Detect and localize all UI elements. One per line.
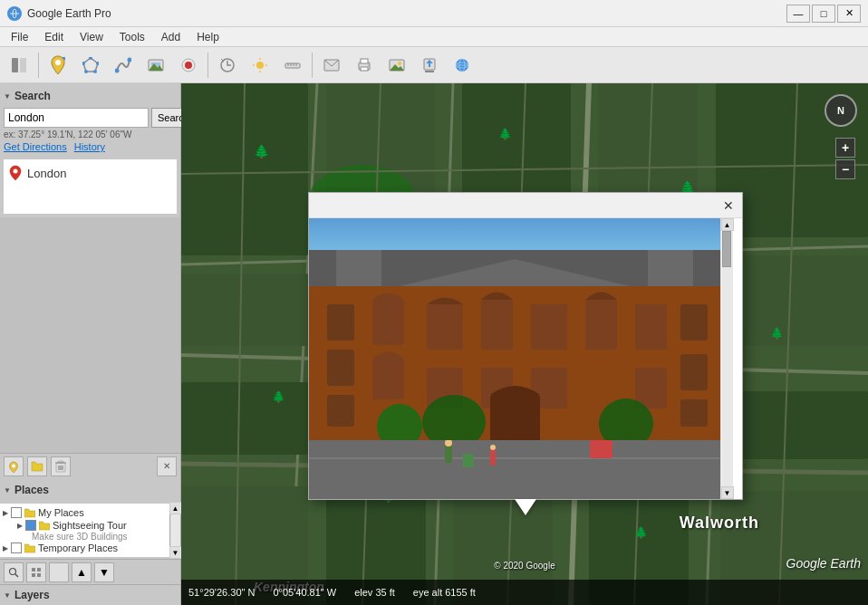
popup-scroll-down[interactable]: ▼ xyxy=(721,486,734,499)
search-title: Search xyxy=(14,90,51,102)
map-area[interactable]: M M 🌲 🌲 🌲 🌲 🌲 🌲 🌲 🌲 Walworth xyxy=(181,83,868,605)
tree-item-temporary[interactable]: ▶ Temporary Places xyxy=(3,542,167,554)
result-pin-icon xyxy=(9,165,22,181)
tree-item-sightseeing[interactable]: ▶ Sightseeing Tour xyxy=(3,519,167,532)
menu-help[interactable]: Help xyxy=(189,29,227,45)
record-tour-button[interactable] xyxy=(173,50,204,81)
search-input[interactable] xyxy=(4,108,149,128)
svg-rect-34 xyxy=(361,67,368,71)
print-button[interactable] xyxy=(349,50,380,81)
svg-point-14 xyxy=(128,57,132,62)
toolbar-separator-2 xyxy=(207,53,208,78)
sun-button[interactable] xyxy=(245,50,275,81)
svg-line-55 xyxy=(15,573,19,577)
add-overlay-button[interactable] xyxy=(140,50,171,81)
menu-add[interactable]: Add xyxy=(154,29,188,45)
add-polygon-button[interactable] xyxy=(75,50,106,81)
zoom-out-button[interactable]: − xyxy=(835,159,855,179)
view-toggle-button[interactable] xyxy=(26,562,46,582)
historical-imagery-button[interactable] xyxy=(212,50,243,81)
zoom-in-button[interactable]: + xyxy=(835,138,855,158)
tree-item-myplaces[interactable]: ▶ My Places xyxy=(3,506,167,519)
svg-point-37 xyxy=(398,62,401,65)
checkbox-sightseeing[interactable] xyxy=(25,520,36,531)
get-directions-link[interactable]: Get Directions xyxy=(4,141,67,152)
search-row: Search xyxy=(4,108,177,128)
add-placemark-button[interactable] xyxy=(43,50,73,81)
ruler-button[interactable] xyxy=(277,50,308,81)
popup-scroll-thumb[interactable] xyxy=(722,231,731,267)
svg-rect-142 xyxy=(463,454,474,467)
popup-close-button[interactable]: ✕ xyxy=(720,197,737,214)
scroll-up-arrow[interactable]: ▲ xyxy=(169,502,182,514)
svg-rect-120 xyxy=(427,304,463,350)
svg-point-13 xyxy=(115,68,120,72)
svg-rect-140 xyxy=(490,449,496,466)
maximize-button[interactable]: □ xyxy=(812,5,835,23)
svg-marker-112 xyxy=(336,250,381,286)
svg-point-19 xyxy=(185,62,192,69)
walworth-label: Walworth xyxy=(680,514,759,533)
popup-scroll-track[interactable] xyxy=(722,231,733,486)
titlebar-controls[interactable]: — □ ✕ xyxy=(786,5,861,23)
svg-point-141 xyxy=(490,445,496,450)
app-icon xyxy=(7,6,22,21)
popup-scrollbar[interactable]: ▲ ▼ xyxy=(720,218,733,499)
building-windows-svg xyxy=(309,250,720,449)
svg-rect-26 xyxy=(285,63,300,68)
minimize-button[interactable]: — xyxy=(786,5,810,23)
middle-gray-area xyxy=(0,217,180,453)
search-results: London xyxy=(4,159,177,214)
search-expand-icon[interactable]: ▼ xyxy=(4,92,11,101)
email-button[interactable] xyxy=(316,50,347,81)
upload-button[interactable] xyxy=(414,50,445,81)
titlebar-left: Google Earth Pro xyxy=(7,6,111,21)
svg-rect-73 xyxy=(181,274,308,346)
svg-rect-116 xyxy=(327,350,354,386)
tree-expand-sightseeing[interactable]: ▶ xyxy=(17,522,23,530)
move-down-button[interactable]: ▼ xyxy=(94,562,114,582)
toolbar-separator-1 xyxy=(38,53,39,78)
sidebar-toggle-button[interactable] xyxy=(4,50,34,81)
history-link[interactable]: History xyxy=(74,141,105,152)
menu-view[interactable]: View xyxy=(72,29,111,45)
layers-expand-icon[interactable]: ▼ xyxy=(4,591,11,600)
save-image-button[interactable] xyxy=(381,50,412,81)
svg-rect-130 xyxy=(680,354,708,390)
result-item-london[interactable]: London xyxy=(9,165,171,181)
close-places-button[interactable]: ✕ xyxy=(157,456,177,476)
building-facade xyxy=(309,250,720,449)
titlebar: Google Earth Pro — □ ✕ xyxy=(0,0,868,27)
move-up-button[interactable]: ▲ xyxy=(72,562,92,582)
tree-expand-temporary[interactable]: ▶ xyxy=(3,544,8,552)
scroll-down-arrow[interactable]: ▼ xyxy=(169,546,182,559)
search-section: ▼ Search Search ex: 37.25° 19.1'N, 122 0… xyxy=(0,83,180,156)
menu-edit[interactable]: Edit xyxy=(37,29,71,45)
svg-point-10 xyxy=(93,70,97,73)
popup-scroll-up[interactable]: ▲ xyxy=(721,218,734,231)
earth-button[interactable] xyxy=(447,50,477,81)
svg-point-11 xyxy=(84,70,88,73)
status-elev: elev 35 ft xyxy=(354,587,395,598)
compass[interactable]: N xyxy=(825,94,857,127)
svg-rect-136 xyxy=(309,440,720,499)
places-expand-icon[interactable]: ▼ xyxy=(4,486,11,495)
add-place-button[interactable] xyxy=(4,456,24,476)
tree-expand-myplaces[interactable]: ▶ xyxy=(3,509,8,517)
add-path-button[interactable] xyxy=(108,50,139,81)
svg-rect-129 xyxy=(680,304,708,341)
close-button[interactable]: ✕ xyxy=(837,5,861,23)
menu-file[interactable]: File xyxy=(4,29,35,45)
places-scrollbar[interactable]: ▲ ▼ xyxy=(169,502,180,559)
checkbox-temporary[interactable] xyxy=(11,543,22,553)
blank-button[interactable] xyxy=(49,562,69,582)
search-map-button[interactable] xyxy=(4,562,24,582)
new-folder-button[interactable] xyxy=(27,456,47,476)
delete-place-button[interactable] xyxy=(51,456,71,476)
menu-tools[interactable]: Tools xyxy=(112,29,152,45)
svg-marker-7 xyxy=(83,58,98,72)
checkbox-myplaces[interactable] xyxy=(11,507,22,518)
photo-popup: ✕ xyxy=(308,192,743,500)
popup-body: ▲ ▼ xyxy=(309,218,742,499)
status-lng: 0°05'40.81" W xyxy=(273,587,336,598)
